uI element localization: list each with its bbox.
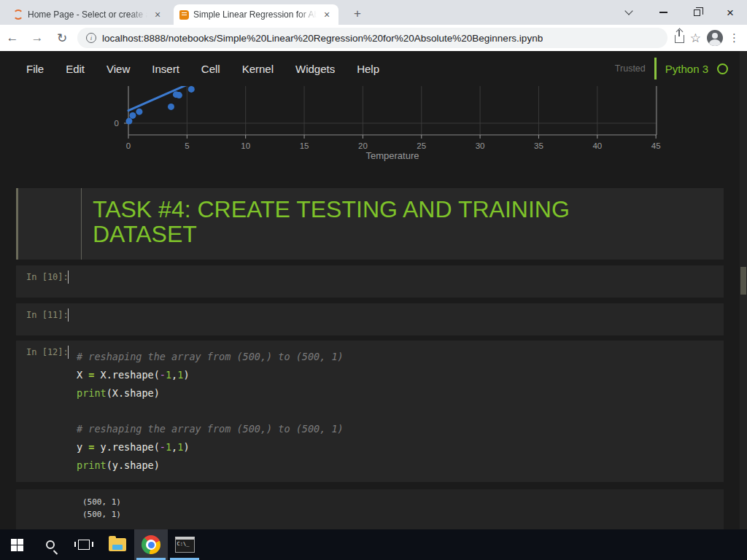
kernel-status-icon: [717, 63, 728, 74]
windows-logo-icon: [11, 539, 23, 551]
share-icon[interactable]: [675, 35, 684, 43]
tab-home-page[interactable]: Home Page - Select or create a n ×: [7, 4, 169, 25]
svg-text:15: 15: [300, 141, 309, 150]
kernel-separator: [654, 58, 657, 79]
notebook-favicon-icon: [179, 10, 189, 20]
file-explorer-button[interactable]: [101, 529, 134, 560]
window-close-button[interactable]: ×: [713, 0, 747, 25]
task-view-icon: [78, 540, 90, 550]
task4-heading: TASK #4: CREATE TESTING AND TRAINING DAT…: [93, 197, 676, 246]
screen: Home Page - Select or create a n × Simpl…: [0, 0, 747, 560]
text-cursor: [68, 346, 69, 359]
svg-text:45: 45: [651, 141, 661, 150]
jupyter-notebook: File Edit View Insert Cell Kernel Widget…: [0, 51, 747, 529]
svg-text:0: 0: [115, 119, 119, 128]
tab-close-icon[interactable]: ×: [152, 9, 163, 20]
start-button[interactable]: [0, 529, 34, 560]
jupyter-logo-icon: [13, 9, 23, 20]
code-cell-in10[interactable]: In [10]:: [16, 265, 724, 298]
profile-avatar[interactable]: [707, 30, 723, 46]
code-cell-in11[interactable]: In [11]:: [16, 303, 724, 335]
menu-help[interactable]: Help: [357, 63, 379, 75]
svg-text:25: 25: [417, 141, 426, 150]
browser-toolbar: ← → ↻ i localhost:8888/notebooks/Simple%…: [0, 25, 747, 51]
tab-title: Home Page - Select or create a n: [28, 9, 147, 20]
task-view-button[interactable]: [67, 529, 101, 560]
tab-search-chevron-icon[interactable]: [624, 7, 632, 15]
cell-prompt: In [11]:: [26, 310, 69, 320]
code-line: [77, 402, 716, 420]
back-icon[interactable]: ←: [0, 31, 25, 45]
cell-output-in12: (500, 1) (500, 1): [16, 489, 724, 529]
menu-cell[interactable]: Cell: [201, 63, 220, 75]
kernel-name[interactable]: Python 3: [665, 63, 708, 75]
output-line: (500, 1): [82, 496, 121, 508]
cell-prompt: In [10]:: [26, 272, 69, 282]
svg-text:40: 40: [592, 141, 602, 150]
svg-text:30: 30: [476, 141, 485, 150]
code-line: # reshaping the array from (500,) to (50…: [77, 420, 716, 438]
text-cursor: [68, 271, 69, 284]
svg-text:10: 10: [241, 141, 250, 150]
tab-close-icon[interactable]: ×: [321, 9, 333, 20]
chrome-taskbar-button[interactable]: [134, 529, 168, 560]
output-line: (500, 1): [82, 508, 121, 521]
window-minimize-button[interactable]: [646, 0, 680, 25]
tab-title: Simple Linear Regression for Abs: [193, 9, 317, 20]
windows-taskbar: C:\_: [0, 529, 747, 560]
code-line: X = X.reshape(-1,1): [77, 366, 716, 384]
refresh-icon[interactable]: ↻: [50, 31, 74, 46]
svg-text:Temperature: Temperature: [366, 150, 419, 161]
site-info-icon[interactable]: i: [86, 33, 96, 43]
search-icon: [46, 540, 55, 549]
folder-icon: [109, 538, 126, 551]
tab-notebook[interactable]: Simple Linear Regression for Abs ×: [174, 4, 338, 25]
code-editor[interactable]: # reshaping the array from (500,) to (50…: [77, 348, 716, 475]
scrollbar-thumb[interactable]: [740, 267, 746, 295]
code-line: y = y.reshape(-1,1): [77, 438, 716, 456]
notebook-menubar: File Edit View Insert Cell Kernel Widget…: [0, 51, 747, 86]
menu-file[interactable]: File: [26, 63, 44, 75]
code-line: # reshaping the array from (500,) to (50…: [77, 348, 716, 366]
figure-svg: 0510152025303540450Temperature: [0, 86, 747, 175]
svg-text:0: 0: [126, 141, 131, 150]
menu-insert[interactable]: Insert: [152, 63, 179, 75]
page-scrollbar[interactable]: [740, 51, 747, 529]
chrome-icon: [142, 535, 160, 554]
markdown-cell-task4[interactable]: TASK #4: CREATE TESTING AND TRAINING DAT…: [16, 188, 724, 260]
url-text[interactable]: localhost:8888/notebooks/Simple%20Linear…: [102, 33, 543, 44]
cell-prompt-separator: [81, 188, 82, 260]
address-bar[interactable]: i localhost:8888/notebooks/Simple%20Line…: [77, 28, 667, 48]
command-prompt-icon: C:\_: [175, 537, 195, 553]
browser-tab-strip: Home Page - Select or create a n × Simpl…: [0, 0, 747, 25]
bookmark-star-icon[interactable]: ☆: [690, 31, 701, 46]
trusted-badge: Trusted: [615, 63, 646, 74]
new-tab-button[interactable]: +: [349, 6, 366, 23]
menu-kernel[interactable]: Kernel: [242, 63, 274, 75]
window-restore-button[interactable]: [680, 0, 713, 25]
svg-text:20: 20: [358, 141, 368, 150]
code-cell-in12[interactable]: In [12]: # reshaping the array from (500…: [16, 341, 724, 482]
cell-prompt: In [12]:: [26, 347, 69, 357]
code-line: print(X.shape): [77, 384, 716, 402]
menu-edit[interactable]: Edit: [66, 63, 85, 75]
menu-view[interactable]: View: [107, 63, 130, 75]
forward-icon[interactable]: →: [25, 31, 50, 45]
text-cursor: [68, 308, 69, 322]
browser-menu-icon[interactable]: ⋮: [729, 31, 740, 44]
svg-text:5: 5: [185, 141, 189, 150]
svg-text:35: 35: [534, 141, 543, 150]
code-line: print(y.shape): [77, 456, 716, 475]
command-prompt-taskbar-button[interactable]: C:\_: [168, 529, 201, 560]
taskbar-search-button[interactable]: [34, 529, 67, 560]
menu-widgets[interactable]: Widgets: [295, 63, 335, 75]
